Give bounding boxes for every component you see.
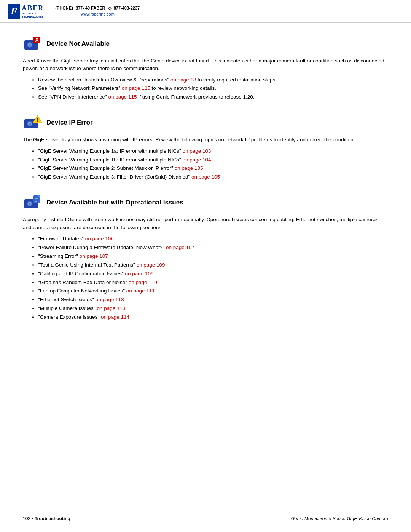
- link-page-115b[interactable]: on page 115: [107, 94, 137, 100]
- bullet-list-not-available: Review the section "Installation Overvie…: [38, 76, 388, 102]
- page-footer: 102 • Troubleshooting Genie Monochrome S…: [0, 513, 411, 524]
- link-page-115a[interactable]: on page 115: [120, 85, 150, 91]
- bullet-list-ip-error: "GigE Server Warning Example 1a: IP erro…: [38, 147, 388, 182]
- bullet-list-operational: "Firmware Updates" on page 106 "Power Fa…: [38, 235, 388, 322]
- logo-name: ABER: [22, 4, 44, 12]
- list-item: "GigE Server Warning Example 1a: IP erro…: [38, 147, 388, 156]
- footer-left: 102 • Troubleshooting: [23, 516, 70, 521]
- icon-device-not-available: X: [23, 34, 42, 53]
- header-website: www.faberinc.com: [55, 11, 140, 17]
- icon-device-ip-error: !: [23, 113, 42, 132]
- logo-letter: F: [11, 6, 17, 17]
- list-item: "GigE Server Warning Example 1b: IP erro…: [38, 156, 388, 165]
- list-item: "Grab has Random Bad Data or Noise" on p…: [38, 278, 388, 287]
- section-header-operational: Device Available but with Operational Is…: [23, 193, 388, 212]
- link-page-105a[interactable]: on page 105: [173, 165, 203, 171]
- link-page-107b[interactable]: on page 107: [78, 253, 108, 259]
- svg-point-10: [29, 123, 31, 125]
- header-contact: (PHONE) 877- 40 FABER ◇ 877-403-2237 www…: [55, 6, 140, 17]
- list-item: Review the section "Installation Overvie…: [38, 76, 388, 85]
- main-content: X Device Not Available A red X over the …: [0, 23, 411, 364]
- list-item: "Camera Exposure Issues" on page 114: [38, 313, 388, 322]
- link-page-114[interactable]: on page 114: [99, 314, 129, 320]
- section-title-operational: Device Available but with Operational Is…: [46, 199, 183, 206]
- svg-point-3: [29, 44, 31, 46]
- footer-right: Genie Monochrome Series-GigE Vision Came…: [291, 516, 388, 521]
- list-item: "Power Failure During a Firmware Update–…: [38, 243, 388, 252]
- body-text-ip-error: The GigE server tray icon shows a warnin…: [23, 136, 388, 144]
- link-page-106[interactable]: on page 106: [84, 236, 114, 241]
- list-item: "Test a Genie Using Internal Test Patter…: [38, 261, 388, 270]
- svg-text:X: X: [35, 37, 39, 43]
- link-page-113a[interactable]: on page 113: [94, 297, 124, 302]
- section-device-operational: Device Available but with Operational Is…: [23, 193, 388, 322]
- link-page-104[interactable]: on page 104: [181, 157, 211, 163]
- link-page-110[interactable]: on page 110: [127, 280, 157, 285]
- section-device-not-available: X Device Not Available A red X over the …: [23, 34, 388, 102]
- list-item: "GigE Server Warning Example 2: Subnet M…: [38, 164, 388, 173]
- list-item: "Multiple Camera Issues" on page 113: [38, 304, 388, 313]
- list-item: "Laptop Computer Networking Issues" on p…: [38, 287, 388, 296]
- body-text-operational: A properly installed Genie with no netwo…: [23, 216, 388, 232]
- link-page-113b[interactable]: on page 113: [96, 305, 126, 311]
- icon-device-operational: [23, 193, 42, 212]
- link-page-109b[interactable]: on page 109: [124, 271, 154, 276]
- link-page-111[interactable]: on page 111: [125, 288, 155, 294]
- link-page-105b[interactable]: on page 105: [190, 174, 220, 180]
- list-item: "Firmware Updates" on page 106: [38, 235, 388, 243]
- section-header-not-available: X Device Not Available: [23, 34, 388, 53]
- svg-text:!: !: [37, 117, 38, 123]
- page-header: F ABER INDUSTRIALTECHNOLOGIES (PHONE) 87…: [0, 0, 411, 23]
- body-text-not-available: A red X over the GigE server tray icon i…: [23, 57, 388, 73]
- list-item: "Cabling and IP Configuration Issues" on…: [38, 270, 388, 278]
- list-item: "Ethernet Switch Issues" on page 113: [38, 296, 388, 304]
- section-device-ip-error: ! Device IP Error The GigE server tray i…: [23, 113, 388, 182]
- list-item: See "Verifying Network Parameters" on pa…: [38, 84, 388, 93]
- list-item: See "VPN Driver Interference" on page 11…: [38, 93, 388, 102]
- section-title-not-available: Device Not Available: [46, 40, 110, 48]
- link-page-103[interactable]: on page 103: [181, 148, 211, 154]
- link-page-18[interactable]: on page 18: [169, 77, 196, 83]
- logo-sub1: INDUSTRIALTECHNOLOGIES: [22, 12, 43, 18]
- logo-box: F: [8, 4, 20, 19]
- list-item: "GigE Server Warning Example 3: Filter D…: [38, 173, 388, 182]
- link-page-109a[interactable]: on page 109: [135, 262, 165, 268]
- svg-point-17: [29, 203, 31, 205]
- header-phone: (PHONE) 877- 40 FABER ◇ 877-403-2237: [55, 6, 140, 11]
- section-header-ip-error: ! Device IP Error: [23, 113, 388, 132]
- section-title-ip-error: Device IP Error: [46, 119, 93, 126]
- list-item: "Streaming Error" on page 107: [38, 252, 388, 261]
- link-page-107a[interactable]: on page 107: [164, 244, 194, 250]
